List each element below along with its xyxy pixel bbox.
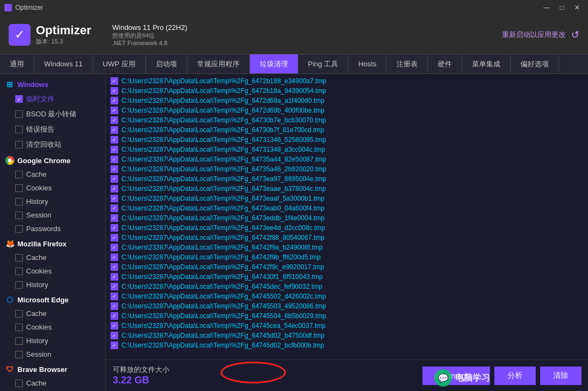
file-item[interactable]: ✓C:\Users\23287\AppData\Local\Temp\%2Fg_… — [106, 223, 588, 233]
file-checkbox[interactable]: ✓ — [111, 185, 118, 193]
file-item[interactable]: ✓C:\Users\23287\AppData\Local\Temp\%2Fg_… — [106, 301, 588, 311]
sidebar-item-chrome-passwords[interactable]: Passwords — [0, 222, 106, 235]
sidebar-checkbox-chrome-history[interactable] — [15, 198, 23, 206]
file-item[interactable]: ✓C:\Users\23287\AppData\Local\Temp\%2Fg_… — [106, 282, 588, 291]
close-button[interactable]: ✕ — [571, 2, 584, 13]
tab-startup[interactable]: 启动项 — [146, 54, 187, 73]
sidebar-checkbox-brave-cache[interactable] — [15, 380, 23, 387]
file-item[interactable]: ✓C:\Users\23287\AppData\Local\Temp\%2Fg_… — [106, 233, 588, 243]
file-item[interactable]: ✓C:\Users\23287\AppData\Local\Temp\%2Fg_… — [106, 194, 588, 203]
file-checkbox[interactable]: ✓ — [111, 283, 118, 290]
file-item[interactable]: ✓C:\Users\23287\AppData\Local\Temp\%2Fg_… — [106, 203, 588, 213]
tab-windows11[interactable]: Windows 11 — [34, 54, 93, 73]
sidebar-item-firefox-cookies[interactable]: Cookies — [0, 264, 106, 278]
sidebar-item-firefox-cache[interactable]: Cache — [0, 251, 106, 264]
file-checkbox[interactable]: ✓ — [111, 263, 118, 271]
file-checkbox[interactable]: ✓ — [111, 126, 118, 134]
clean-button[interactable]: 清除 — [540, 367, 581, 385]
file-checkbox[interactable]: ✓ — [111, 136, 118, 144]
file-checkbox[interactable]: ✓ — [111, 332, 118, 339]
minimize-button[interactable]: — — [540, 2, 553, 13]
file-checkbox[interactable]: ✓ — [111, 244, 118, 251]
file-item[interactable]: ✓C:\Users\23287\AppData\Local\Temp\%2Fg_… — [106, 96, 588, 105]
file-checkbox[interactable]: ✓ — [111, 273, 118, 281]
sidebar-checkbox-tempfiles[interactable] — [15, 95, 23, 103]
file-checkbox[interactable]: ✓ — [111, 195, 118, 202]
sidebar-checkbox-bsod[interactable] — [15, 110, 23, 118]
file-item[interactable]: ✓C:\Users\23287\AppData\Local\Temp\%2Fg_… — [106, 125, 588, 135]
sidebar-checkbox-firefox-history[interactable] — [15, 281, 23, 289]
file-item[interactable]: ✓C:\Users\23287\AppData\Local\Temp\%2Fg_… — [106, 340, 588, 350]
file-item[interactable]: ✓C:\Users\23287\AppData\Local\Temp\%2Fg_… — [106, 331, 588, 340]
tab-ping[interactable]: Ping 工具 — [298, 54, 349, 73]
tab-apps[interactable]: 常规应用程序 — [187, 54, 250, 73]
sidebar-checkbox-recycle[interactable] — [15, 141, 23, 148]
sidebar-item-firefox-history[interactable]: History — [0, 278, 106, 291]
file-checkbox[interactable]: ✓ — [111, 342, 118, 349]
sidebar-item-chrome-cookies[interactable]: Cookies — [0, 181, 106, 195]
sidebar-item-brave-cache[interactable]: Cache — [0, 376, 106, 390]
file-checkbox[interactable]: ✓ — [111, 77, 118, 85]
file-checkbox[interactable]: ✓ — [111, 175, 118, 183]
maximize-button[interactable]: □ — [555, 2, 568, 13]
tab-general[interactable]: 通用 — [0, 54, 34, 73]
file-checkbox[interactable]: ✓ — [111, 87, 118, 95]
file-item[interactable]: ✓C:\Users\23287\AppData\Local\Temp\%2Fg_… — [106, 76, 588, 86]
file-checkbox[interactable]: ✓ — [111, 156, 118, 163]
tab-menu[interactable]: 菜单集成 — [462, 54, 511, 73]
tab-hosts[interactable]: Hosts — [348, 54, 387, 73]
sidebar-item-bsod[interactable]: BSOD 最小转储 — [0, 107, 106, 122]
file-checkbox[interactable]: ✓ — [111, 146, 118, 153]
sidebar-item-errorreport[interactable]: 错误报告 — [0, 122, 106, 137]
sidebar-checkbox-firefox-cache[interactable] — [15, 254, 23, 262]
file-item[interactable]: ✓C:\Users\23287\AppData\Local\Temp\%2Fg_… — [106, 184, 588, 194]
file-checkbox[interactable]: ✓ — [111, 234, 118, 241]
sidebar-item-edge-history[interactable]: History — [0, 334, 106, 347]
file-checkbox[interactable]: ✓ — [111, 116, 118, 124]
file-item[interactable]: ✓C:\Users\23287\AppData\Local\Temp\%2Fg_… — [106, 272, 588, 282]
file-item[interactable]: ✓C:\Users\23287\AppData\Local\Temp\%2Fg_… — [106, 154, 588, 164]
tab-junk[interactable]: 垃圾清理 — [250, 54, 298, 73]
tab-hardware[interactable]: 硬件 — [428, 54, 462, 73]
sidebar-checkbox-edge-session[interactable] — [15, 351, 23, 358]
file-item[interactable]: ✓C:\Users\23287\AppData\Local\Temp\%2Fg_… — [106, 86, 588, 96]
analyze-button[interactable]: 分析 — [494, 367, 536, 385]
file-checkbox[interactable]: ✓ — [111, 165, 118, 173]
tab-uwp[interactable]: UWP 应用 — [93, 54, 146, 73]
sidebar-checkbox-chrome-cookies[interactable] — [15, 184, 23, 192]
sidebar-checkbox-chrome-cache[interactable] — [15, 171, 23, 178]
restart-label[interactable]: 重新启动以应用更改 — [502, 30, 566, 40]
file-item[interactable]: ✓C:\Users\23287\AppData\Local\Temp\%2Fg_… — [106, 252, 588, 262]
file-item[interactable]: ✓C:\Users\23287\AppData\Local\Temp\%2Fg_… — [106, 262, 588, 272]
file-item[interactable]: ✓C:\Users\23287\AppData\Local\Temp\%2Fg_… — [106, 243, 588, 252]
file-checkbox[interactable]: ✓ — [111, 312, 118, 320]
file-checkbox[interactable]: ✓ — [111, 224, 118, 232]
file-checkbox[interactable]: ✓ — [111, 253, 118, 261]
sidebar-checkbox-chrome-session[interactable] — [15, 212, 23, 219]
tab-preferences[interactable]: 偏好选项 — [511, 54, 559, 73]
sidebar-item-edge-cookies[interactable]: Cookies — [0, 320, 106, 334]
sidebar-checkbox-errorreport[interactable] — [15, 126, 23, 133]
file-checkbox[interactable]: ✓ — [111, 214, 118, 222]
sidebar-item-chrome-session[interactable]: Session — [0, 208, 106, 222]
file-checkbox[interactable]: ✓ — [111, 97, 118, 104]
file-item[interactable]: ✓C:\Users\23287\AppData\Local\Temp\%2Fg_… — [106, 105, 588, 115]
sidebar-item-chrome-cache[interactable]: Cache — [0, 167, 106, 181]
file-checkbox[interactable]: ✓ — [111, 302, 118, 310]
file-checkbox[interactable]: ✓ — [111, 107, 118, 114]
sidebar-checkbox-chrome-passwords[interactable] — [15, 225, 23, 233]
file-checkbox[interactable]: ✓ — [111, 204, 118, 212]
file-item[interactable]: ✓C:\Users\23287\AppData\Local\Temp\%2Fg_… — [106, 145, 588, 154]
file-item[interactable]: ✓C:\Users\23287\AppData\Local\Temp\%2Fg_… — [106, 115, 588, 125]
sidebar-item-edge[interactable]: ⬡ Microsoft Edge — [0, 293, 106, 307]
tab-registry[interactable]: 注册表 — [387, 54, 428, 73]
file-item[interactable]: ✓C:\Users\23287\AppData\Local\Temp\%2Fg_… — [106, 174, 588, 184]
file-item[interactable]: ✓C:\Users\23287\AppData\Local\Temp\%2Fg_… — [106, 291, 588, 301]
restart-icon[interactable]: ↺ — [571, 29, 579, 41]
file-item[interactable]: ✓C:\Users\23287\AppData\Local\Temp\%2Fg_… — [106, 311, 588, 321]
file-item[interactable]: ✓C:\Users\23287\AppData\Local\Temp\%2Fg_… — [106, 135, 588, 145]
sidebar-checkbox-firefox-cookies[interactable] — [15, 268, 23, 275]
sidebar-checkbox-edge-cookies[interactable] — [15, 324, 23, 331]
sidebar-item-chrome-history[interactable]: History — [0, 195, 106, 208]
sidebar-item-firefox[interactable]: 🦊 Mozilla Firefox — [0, 237, 106, 251]
